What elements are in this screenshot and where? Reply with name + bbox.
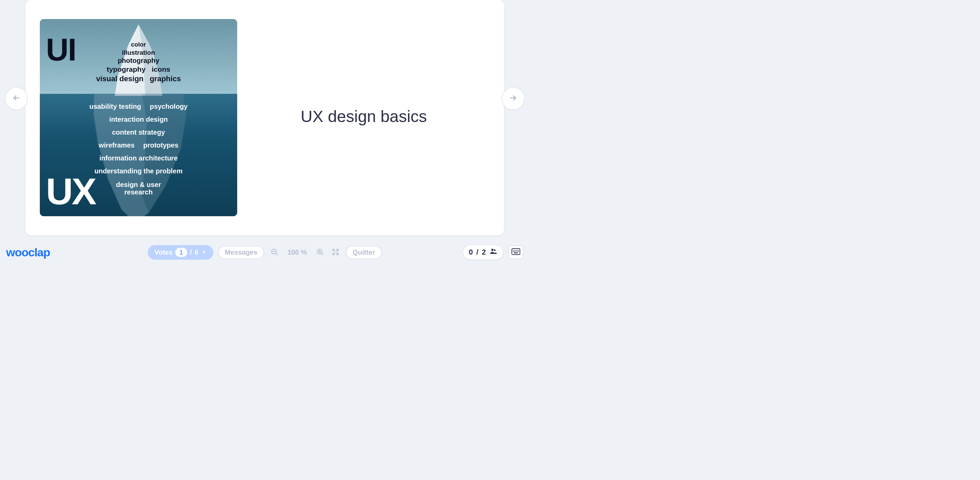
zoom-out-button[interactable] [269,246,280,258]
votes-separator: / [190,249,192,256]
term: interaction design [109,116,168,123]
participants-total: 2 [482,248,486,257]
term: visual design [96,74,143,83]
votes-current: 1 [175,248,187,257]
term: usability testing [89,103,141,110]
term: information architecture [99,154,178,162]
svg-point-17 [492,249,493,251]
messages-label: Messages [225,249,258,256]
participants-counter[interactable]: 0 / 2 [463,244,504,260]
slide-title-area: UX design basics [237,110,490,126]
right-controls: 0 / 2 [463,244,523,260]
slide-illustration: UI UX color illustration photography typ… [40,19,237,216]
keyboard-button[interactable] [508,246,523,259]
zoom-in-icon [316,248,324,257]
expand-icon [331,248,340,257]
ux-label: UX [46,170,95,213]
messages-button[interactable]: Messages [218,246,264,259]
slide-title: UX design basics [301,107,427,126]
term: photography [118,57,159,64]
term: illustration [122,49,155,56]
zoom-controls: 100 % [269,246,325,258]
quit-label: Quitter [353,249,375,256]
quit-button[interactable]: Quitter [346,246,382,259]
bottom-bar: wooclap Votes 1 / 6 ▼ Messages 100 % [0,243,530,262]
term: color [131,41,146,48]
toolbar: Votes 1 / 6 ▼ Messages 100 % [148,245,382,260]
ui-label: UI [46,32,76,68]
term: prototypes [143,141,178,149]
term: graphics [150,74,181,83]
keyboard-icon [511,248,520,256]
votes-label: Votes [154,249,172,256]
term: icons [152,65,170,73]
fullscreen-button[interactable] [330,246,341,258]
zoom-out-icon [270,248,278,257]
zoom-in-button[interactable] [314,246,325,258]
svg-line-7 [275,253,277,255]
term: typography [107,65,145,73]
next-slide-button[interactable] [501,87,525,110]
arrow-left-icon [12,93,21,104]
zoom-value: 100 % [285,249,310,256]
term: psychology [150,103,188,110]
arrow-right-icon [509,93,517,104]
votes-total: 6 [195,249,198,256]
votes-button[interactable]: Votes 1 / 6 ▼ [148,245,213,260]
chevron-down-icon: ▼ [202,250,207,255]
participants-current: 0 [469,248,473,257]
users-icon [489,247,498,257]
brand-logo[interactable]: wooclap [6,246,50,259]
term: understanding the problem [95,167,183,175]
slide-content: UI UX color illustration photography typ… [25,9,504,227]
svg-point-18 [494,250,496,251]
svg-line-10 [321,253,323,255]
previous-slide-button[interactable] [5,87,28,110]
slide-card: UI UX color illustration photography typ… [25,0,504,235]
term: content strategy [112,128,165,136]
term: wireframes [99,141,135,149]
participants-separator: / [476,248,479,257]
